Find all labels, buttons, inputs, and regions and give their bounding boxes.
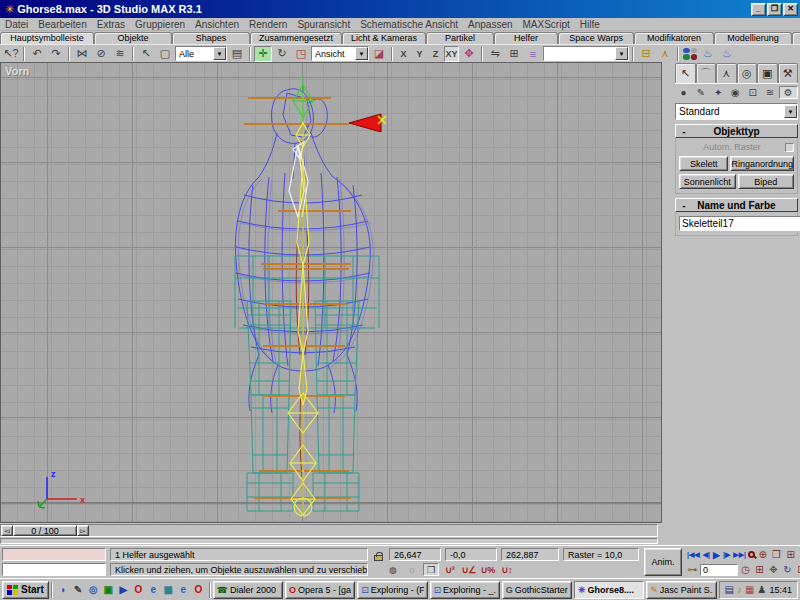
- time-slider-thumb[interactable]: 0 / 100: [13, 525, 77, 536]
- schematic-view-button[interactable]: ⋏: [656, 46, 674, 62]
- restrict-x-button[interactable]: X: [396, 46, 411, 62]
- render-last-icon[interactable]: ◌: [404, 563, 420, 576]
- zoom-button[interactable]: [748, 551, 755, 558]
- task-ghorse8[interactable]: ✳ Ghorse8....: [574, 581, 644, 599]
- menu-spuransicht[interactable]: Spuransicht: [292, 19, 355, 30]
- restrict-z-button[interactable]: Z: [428, 46, 443, 62]
- tab-motion[interactable]: ◎: [737, 63, 758, 83]
- named-selection-dropdown[interactable]: ▼: [543, 46, 629, 61]
- minimize-button[interactable]: _: [751, 3, 766, 16]
- quicklaunch-icon-3[interactable]: ◎: [87, 583, 100, 597]
- category-lights-icon[interactable]: ✦: [710, 87, 727, 98]
- skelett-button[interactable]: Skelett: [679, 156, 728, 171]
- tab-zusammengesetzt[interactable]: Zusammengesetzt: [250, 32, 342, 44]
- array-button[interactable]: ⊞: [505, 46, 523, 62]
- goto-start-button[interactable]: |◀◀: [686, 551, 701, 559]
- minmax-toggle-button[interactable]: ⊡: [795, 564, 800, 575]
- volume-icon[interactable]: ♪: [737, 584, 742, 595]
- select-by-name-button[interactable]: ▤: [228, 46, 246, 62]
- render-scene-button[interactable]: ♨: [699, 46, 717, 62]
- prev-frame-button[interactable]: ◀|: [702, 551, 711, 559]
- tab-objekte[interactable]: Objekte: [94, 32, 172, 44]
- menu-bearbeiten[interactable]: Bearbeiten: [33, 19, 91, 30]
- snap-3d-button[interactable]: ∪³: [442, 563, 458, 576]
- collapse-icon[interactable]: -: [676, 126, 692, 137]
- collapse-icon[interactable]: -: [676, 200, 692, 211]
- restrict-y-button[interactable]: Y: [412, 46, 427, 62]
- snap-spinner-button[interactable]: ∪↕: [499, 563, 515, 576]
- quicklaunch-icon-9[interactable]: e: [177, 583, 190, 597]
- maxscript-listener-white[interactable]: [2, 563, 106, 576]
- tab-modifikatoren[interactable]: Modifikatoren: [634, 32, 714, 44]
- menu-extras[interactable]: Extras: [92, 19, 130, 30]
- category-helpers-icon[interactable]: ⊡: [744, 87, 761, 98]
- dropdown-arrow-icon[interactable]: ▼: [615, 47, 628, 60]
- redo-button[interactable]: ↷: [47, 46, 65, 62]
- time-next-icon[interactable]: ▻: [77, 525, 89, 536]
- menu-gruppieren[interactable]: Gruppieren: [130, 19, 190, 30]
- task-dialer2000[interactable]: ☎ Dialer 2000: [213, 581, 283, 599]
- link-button[interactable]: ⋈: [73, 46, 91, 62]
- menu-datei[interactable]: Datei: [0, 19, 33, 30]
- tab-rendern[interactable]: Rendern: [792, 32, 800, 44]
- menu-schematische-ansicht[interactable]: Schematische Ansicht: [355, 19, 463, 30]
- region-zoom-button[interactable]: ⊞: [753, 564, 766, 575]
- arc-rotate-button[interactable]: ↻: [781, 564, 794, 575]
- reference-coordsys-dropdown[interactable]: Ansicht ▼: [311, 46, 369, 61]
- restrict-xy-button[interactable]: XY: [444, 46, 459, 62]
- tray-icon-1[interactable]: ▤: [725, 584, 734, 595]
- zoom-extents-button[interactable]: ❒: [770, 549, 783, 560]
- align-button[interactable]: ≡: [524, 46, 542, 62]
- quicklaunch-icon-5[interactable]: ▶: [117, 583, 130, 597]
- quicklaunch-icon-6[interactable]: O: [132, 583, 145, 597]
- dropdown-arrow-icon[interactable]: ▼: [213, 47, 226, 60]
- quicklaunch-icon-4[interactable]: ▣: [102, 583, 115, 597]
- pivot-center-button[interactable]: ◪: [370, 46, 388, 62]
- goto-end-button[interactable]: ▶▶|: [732, 551, 747, 559]
- ringanordnung-button[interactable]: Ringanordnung: [730, 156, 794, 171]
- menu-hilfe[interactable]: Hilfe: [575, 19, 605, 30]
- task-jasc-paint[interactable]: ✎ Jasc Paint S...: [646, 581, 716, 599]
- biped-button[interactable]: Biped: [738, 174, 795, 189]
- category-geometry-icon[interactable]: ●: [675, 87, 692, 98]
- tab-modellierung[interactable]: Modellierung: [714, 32, 792, 44]
- rollout-objekttyp-header[interactable]: - Objekttyp: [675, 124, 798, 138]
- selection-region-button[interactable]: ▢: [156, 46, 174, 62]
- quick-render-button[interactable]: ♨: [718, 46, 736, 62]
- unlink-button[interactable]: ⊘: [92, 46, 110, 62]
- tab-licht-kameras[interactable]: Licht & Kameras: [342, 32, 426, 44]
- select-rotate-button[interactable]: ↻: [273, 46, 291, 62]
- menu-anpassen[interactable]: Anpassen: [463, 19, 517, 30]
- title-bar[interactable]: ✳ Ghorse8.max - 3D Studio MAX R3.1 _ ❐ ✕: [0, 0, 800, 18]
- display-icon[interactable]: ▦: [745, 584, 754, 595]
- sonnenlicht-button[interactable]: Sonnenlicht: [679, 174, 736, 189]
- selection-lock-button[interactable]: [371, 549, 385, 561]
- tab-display[interactable]: ▣: [757, 63, 778, 83]
- quicklaunch-icon-8[interactable]: ▦: [162, 583, 175, 597]
- time-prev-icon[interactable]: ◅: [1, 525, 13, 536]
- menu-rendern[interactable]: Rendern: [244, 19, 292, 30]
- maximize-button[interactable]: ❐: [767, 3, 782, 16]
- quicklaunch-icon-1[interactable]: ◗: [57, 583, 70, 597]
- tab-modify[interactable]: ⌒: [696, 63, 717, 83]
- snap-angle-button[interactable]: ∪∠: [461, 563, 477, 576]
- tab-utilities[interactable]: ⚒: [778, 63, 799, 83]
- tab-hierarchy[interactable]: ⋏: [716, 63, 737, 83]
- maxscript-listener-pink[interactable]: [2, 548, 106, 561]
- key-mode-button[interactable]: ⊶: [686, 564, 699, 575]
- tab-partikel[interactable]: Partikel: [426, 32, 494, 44]
- play-button[interactable]: ▶: [712, 550, 721, 560]
- tray-icon-4[interactable]: ♟: [757, 584, 766, 595]
- tab-space-warps[interactable]: Space Warps: [558, 32, 634, 44]
- degradation-override-icon[interactable]: ◍: [385, 563, 401, 576]
- menu-maxscript[interactable]: MAXScript: [518, 19, 575, 30]
- select-object-button[interactable]: ↖: [137, 46, 155, 62]
- system-category-dropdown[interactable]: Standard ▼: [675, 103, 798, 120]
- bind-spacewarp-button[interactable]: ≋: [111, 46, 129, 62]
- task-opera5[interactable]: O Opera 5 - [ga..: [285, 581, 355, 599]
- pan-button[interactable]: ✥: [767, 564, 780, 575]
- object-name-input[interactable]: [679, 216, 800, 231]
- category-systems-icon[interactable]: ⚙: [779, 86, 798, 99]
- start-button[interactable]: Start: [2, 581, 49, 599]
- next-frame-button[interactable]: |▶: [722, 551, 731, 559]
